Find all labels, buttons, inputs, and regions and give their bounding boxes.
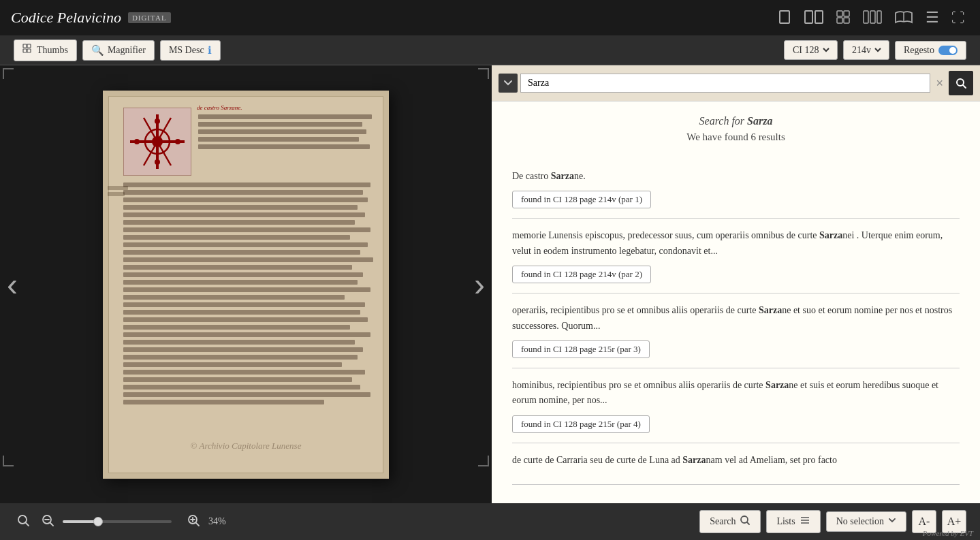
zoom-percent: 34% (208, 516, 236, 527)
grid-view-button[interactable] (832, 7, 855, 29)
svg-rect-6 (844, 18, 849, 23)
lists-icon (800, 515, 810, 528)
toggle-switch (938, 46, 958, 55)
magnifier-label: Magnifier (108, 45, 146, 56)
manuscript-image: de castro Sarzane. (0, 65, 492, 503)
result-text-5: de curte de Carraria seu de curte de Lun… (512, 453, 960, 468)
next-page-button[interactable]: › (467, 261, 492, 308)
svg-point-20 (134, 139, 140, 144)
svg-rect-4 (844, 11, 849, 16)
zoom-out-button[interactable] (38, 511, 57, 533)
illuminated-initial (123, 108, 191, 176)
svg-rect-14 (27, 49, 31, 52)
thumbs-label: Thumbs (37, 45, 68, 56)
result-item-3: operariis, recipientibus pro se et omnib… (512, 293, 960, 368)
result-link-1[interactable]: found in CI 128 page 214v (par 1) (512, 191, 651, 208)
result-text-2: memorie Lunensis episcopus, predecessor … (512, 228, 960, 259)
zoom-fit-button[interactable] (14, 511, 33, 533)
result-text-4: hominibus, recipientibus pro se et omnib… (512, 378, 960, 409)
fullscreen-button[interactable]: ⛶ (947, 8, 969, 27)
selection-label: No selection (836, 516, 884, 527)
info-icon: ℹ (208, 44, 212, 57)
image-panel: ‹ (0, 65, 492, 503)
app-title: Codice Pelavicino (11, 9, 121, 27)
page-dropdown[interactable]: 214v 215r 215v (843, 40, 889, 60)
codex-dropdown[interactable]: CI 128 (784, 40, 838, 60)
svg-rect-3 (837, 11, 842, 16)
thumbs-button[interactable]: Thumbs (14, 39, 77, 61)
search-term: Sarza (747, 115, 772, 127)
columns-view-button[interactable] (859, 7, 886, 29)
result-link-3[interactable]: found in CI 128 page 215r (par 3) (512, 340, 650, 358)
svg-point-21 (175, 139, 180, 144)
prev-page-button[interactable]: ‹ (0, 261, 25, 308)
manuscript-watermark: © Archivio Capitolare Lunense (191, 441, 302, 451)
manuscript-page: de castro Sarzane. (103, 91, 389, 479)
powered-by: Powered by EVT (923, 529, 973, 537)
result-item-5: de curte de Carraria seu de curte de Lun… (512, 443, 960, 485)
svg-rect-9 (877, 11, 881, 23)
zoom-slider[interactable] (63, 520, 172, 523)
svg-rect-0 (780, 11, 789, 23)
collapse-search-button[interactable] (499, 74, 518, 93)
manuscript-main-text (123, 182, 381, 404)
manuscript-text-right (198, 114, 381, 149)
app-header: Codice Pelavicino DIGITAL (0, 0, 980, 35)
two-page-view-button[interactable] (800, 7, 827, 29)
result-link-2[interactable]: found in CI 128 page 214v (par 2) (512, 266, 651, 283)
single-page-view-button[interactable] (773, 7, 796, 29)
result-text-1: De castro Sarzane. (512, 169, 960, 184)
zoom-slider-thumb[interactable] (93, 517, 103, 526)
lists-label: Lists (776, 516, 795, 527)
search-input[interactable] (520, 74, 930, 93)
page-select[interactable]: 214v 215r 215v (849, 44, 883, 56)
menu-button[interactable]: ☰ (921, 7, 943, 28)
corner-marker-bl (3, 456, 14, 466)
search-go-button[interactable] (949, 71, 973, 95)
magnifier-icon: 🔍 (91, 44, 104, 57)
result-text-3: operariis, recipientibus pro se et omnib… (512, 303, 960, 334)
viewer-toolbar: Thumbs 🔍 Magnifier MS Desc ℹ CI 128 214v… (0, 35, 980, 65)
result-link-4[interactable]: found in CI 128 page 215r (par 4) (512, 415, 650, 433)
header-toolbar: ☰ ⛶ (773, 7, 969, 29)
corner-marker-tr (478, 68, 489, 79)
search-label: Search (710, 516, 736, 527)
chevron-down-icon (888, 516, 896, 527)
svg-point-19 (155, 159, 160, 165)
app-title-container: Codice Pelavicino DIGITAL (11, 9, 171, 27)
book-view-button[interactable] (890, 7, 917, 29)
result-item-1: De castro Sarzane. found in CI 128 page … (512, 159, 960, 219)
codex-select[interactable]: CI 128 (790, 44, 832, 56)
search-results: Search for Sarza We have found 6 results… (492, 101, 980, 503)
search-input-row: × (492, 65, 980, 101)
svg-rect-7 (864, 11, 868, 23)
svg-rect-8 (870, 11, 875, 23)
zoom-slider-fill (63, 520, 95, 523)
search-button[interactable]: Search (699, 510, 761, 533)
ms-desc-button[interactable]: MS Desc ℹ (160, 40, 221, 61)
zoom-in-button[interactable] (184, 511, 203, 533)
manuscript-red-heading: de castro Sarzane. (197, 104, 242, 111)
svg-rect-1 (805, 11, 812, 23)
zoom-slider-container (63, 520, 178, 523)
svg-rect-12 (27, 44, 31, 48)
bottom-toolbar: 34% Search Lists No selection (0, 503, 980, 540)
svg-rect-2 (815, 11, 823, 23)
search-clear-button[interactable]: × (933, 76, 946, 91)
regesto-toggle[interactable]: Regesto (895, 41, 966, 60)
lists-button[interactable]: Lists (766, 510, 820, 533)
regesto-label: Regesto (904, 45, 934, 56)
corner-marker-tl (3, 68, 14, 79)
magnifier-button[interactable]: 🔍 Magnifier (82, 40, 155, 61)
search-panel: × Search for Sarza We have found 6 resul… (492, 65, 980, 503)
selection-dropdown-button[interactable]: No selection (826, 511, 906, 532)
search-count: We have found 6 results (512, 131, 960, 143)
corner-marker-br (478, 456, 489, 466)
svg-point-18 (155, 118, 160, 124)
main-container: Thumbs 🔍 Magnifier MS Desc ℹ CI 128 214v… (0, 35, 980, 540)
result-item-2: memorie Lunensis episcopus, predecessor … (512, 219, 960, 293)
content-area: ‹ (0, 65, 980, 503)
ms-desc-label: MS Desc (169, 45, 204, 56)
search-icon (740, 515, 750, 528)
toolbar-right: CI 128 214v 215r 215v Regesto (784, 40, 966, 60)
